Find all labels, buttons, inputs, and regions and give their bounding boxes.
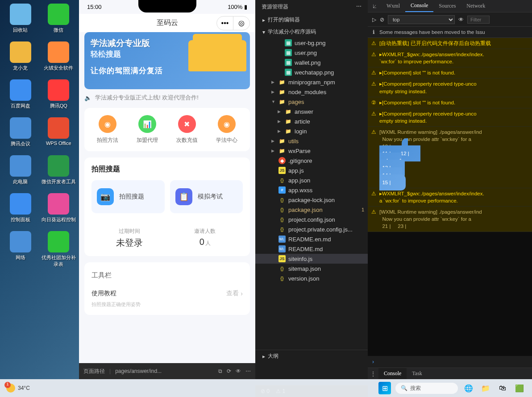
- console-output[interactable]: ℹSome messages have been moved to the Is…: [368, 27, 532, 356]
- inspect-icon[interactable]: ⟀: [368, 3, 381, 9]
- console-log-line[interactable]: ℹSome messages have been moved to the Is…: [368, 27, 532, 38]
- shortcut-photo-search[interactable]: 📷 拍照搜题: [91, 180, 165, 213]
- desktop-icon[interactable]: 龙小龙: [2, 41, 39, 71]
- tree-item[interactable]: ▦user.png: [255, 48, 368, 58]
- outline-section[interactable]: ▸ 大纲: [255, 350, 368, 362]
- stat-invites: 邀请人数 0人: [167, 227, 243, 249]
- copy-icon[interactable]: ⧉: [218, 368, 222, 374]
- desktop-icon[interactable]: 微信开发者工具: [40, 155, 78, 185]
- filter-input[interactable]: [467, 16, 490, 24]
- console-log-line[interactable]: ②▸[Component] slot "" is not found.: [368, 97, 532, 108]
- tree-item[interactable]: {}version.json: [255, 273, 368, 283]
- console-log-line[interactable]: ⚠[WXML Runtime warning] ./pages/answer/i…: [368, 127, 532, 188]
- tutorial-desc: 拍照搜题正确使用姿势: [91, 301, 243, 308]
- editors-section[interactable]: ▸ 打开的编辑器: [255, 14, 368, 26]
- action-center[interactable]: ◉ 学法中心: [216, 115, 237, 144]
- tab-console[interactable]: Console: [405, 0, 433, 12]
- desktop-icon[interactable]: 向日葵远程控制: [40, 193, 78, 223]
- tab-network[interactable]: Network: [461, 0, 490, 12]
- tree-item[interactable]: JSsiteinfo.js: [255, 254, 368, 264]
- desktop-icon[interactable]: 腾讯QQ: [40, 79, 78, 109]
- console-log-line[interactable]: ⚠▸[Component] slot "" is not found.: [368, 67, 532, 79]
- start-icon[interactable]: ⊞: [378, 382, 391, 394]
- tree-item[interactable]: ▶📁utils: [255, 136, 368, 146]
- tree-item[interactable]: JSapp.js: [255, 165, 368, 175]
- shortcut-mock-exam[interactable]: 📋 模拟考试: [170, 180, 243, 213]
- action-photo-method[interactable]: ◉ 拍照方法: [97, 115, 118, 144]
- desktop-icon[interactable]: 回收站: [2, 4, 39, 33]
- notice-bar[interactable]: 🔈 学法减分专业版正式上线! 欢迎代理合作!: [84, 94, 250, 102]
- tree-item[interactable]: ▦wallet.png: [255, 58, 368, 67]
- refresh-icon[interactable]: ⟳: [227, 368, 231, 374]
- desktop-icon[interactable]: 优秀社团加分补录表: [40, 231, 78, 268]
- console-log-line[interactable]: ⚠▸WXMLRT_$gwx:./pages/answer/index/index…: [368, 188, 532, 207]
- context-select[interactable]: top: [388, 15, 455, 24]
- tree-item[interactable]: #app.wxss: [255, 185, 368, 195]
- taskbar-weather[interactable]: 1 34°C: [6, 384, 30, 393]
- footer-path-label[interactable]: 页面路径: [83, 368, 105, 375]
- banner[interactable]: 学法减分专业版 轻松搜题 让你的驾照满分复活: [84, 32, 250, 89]
- desktop-icon[interactable]: 控制面板: [2, 193, 39, 223]
- tree-item[interactable]: ▶📁login: [255, 126, 368, 136]
- tree-item[interactable]: {}sitemap.json: [255, 264, 368, 273]
- tree-item[interactable]: ▶📁wxParse: [255, 146, 368, 156]
- toolbox-tutorial[interactable]: 使用教程 查看 ›: [91, 286, 243, 301]
- tree-item[interactable]: M↓README.en.md: [255, 234, 368, 244]
- tab-wxml[interactable]: Wxml: [381, 0, 405, 12]
- status-battery: 100% ▮: [228, 4, 247, 10]
- bottom-tab-console[interactable]: Console: [378, 368, 407, 379]
- console-log-line[interactable]: ⚠[WXML Runtime warning] ./pages/answer/i…: [368, 207, 532, 232]
- tree-item[interactable]: ▦user-bg.png: [255, 38, 368, 48]
- desktop-icon[interactable]: WPS Office: [40, 117, 78, 147]
- tree-item[interactable]: ▶📁node_modules: [255, 87, 368, 97]
- desktop-icon[interactable]: 火绒安全软件: [40, 41, 78, 71]
- bottom-tab-task[interactable]: Task: [407, 368, 428, 379]
- tab-sources[interactable]: Sources: [433, 0, 461, 12]
- console-log-line[interactable]: ⚠▸[Component] property received type-unc…: [368, 108, 532, 127]
- action-recharge[interactable]: ✖ 次数充值: [176, 115, 198, 144]
- taskbar-app-edge[interactable]: 🌐: [462, 382, 475, 394]
- taskbar-search[interactable]: 🔍 搜索: [395, 383, 458, 394]
- tree-item[interactable]: ▶📁miniprogram_npm: [255, 77, 368, 87]
- console-log-line[interactable]: ⚠▸WXMLRT_$gwx:./pages/answer/index/index…: [368, 49, 532, 67]
- action-franchise[interactable]: 📊 加盟代理: [137, 115, 158, 144]
- camera-icon: 📷: [97, 188, 114, 205]
- desktop-icon[interactable]: 此电脑: [2, 155, 39, 185]
- more-icon[interactable]: ⋯: [356, 3, 362, 11]
- tree-item[interactable]: M↓README.md: [255, 244, 368, 254]
- console-log-line[interactable]: ⚠▸[Component] property received type-unc…: [368, 79, 532, 97]
- capsule-more-icon[interactable]: •••: [217, 17, 233, 30]
- tree-item[interactable]: {}project.private.config.js...: [255, 224, 368, 234]
- desktop-icon[interactable]: 百度网盘: [2, 79, 39, 109]
- footer-path[interactable]: pages/answer/ind...: [115, 368, 162, 374]
- play-icon[interactable]: ▷: [372, 17, 376, 23]
- file-explorer: 资源管理器 ⋯ ▸ 打开的编辑器 ▾ 学法减分小程序源码 ▦user-bg.pn…: [255, 0, 368, 379]
- project-section[interactable]: ▾ 学法减分小程序源码: [255, 26, 368, 38]
- tree-item[interactable]: ◆.gitignore: [255, 156, 368, 165]
- stat-expire: 过期时间 未登录: [91, 227, 167, 249]
- menu-icon[interactable]: ⋮: [368, 368, 378, 379]
- taskbar-app-store[interactable]: 🛍: [496, 382, 509, 394]
- more-icon[interactable]: ⋯: [245, 368, 251, 374]
- tree-item[interactable]: {}package.json1: [255, 205, 368, 215]
- capsule-close-icon[interactable]: ◎: [233, 17, 249, 30]
- tree-item[interactable]: ▦wechatapp.png: [255, 67, 368, 77]
- tree-item[interactable]: ▼📁pages: [255, 97, 368, 107]
- desktop-icon[interactable]: 微信: [40, 4, 78, 33]
- eye-icon[interactable]: 👁: [458, 17, 464, 23]
- wrench-icon: ✖: [178, 115, 196, 133]
- desktop-icon[interactable]: 腾讯会议: [2, 117, 39, 147]
- taskbar-app-explorer[interactable]: 📁: [479, 382, 492, 394]
- console-log-line[interactable]: ⚠[自动热重载] 已开启代码文件保存后自动热重载: [368, 38, 532, 49]
- eye-icon[interactable]: 👁: [236, 368, 241, 374]
- taskbar-app-devtools[interactable]: 🟩: [513, 382, 526, 394]
- tree-item[interactable]: ▶📁article: [255, 116, 368, 126]
- notice-text: 学法减分专业版正式上线! 欢迎代理合作!: [95, 94, 199, 102]
- tree-item[interactable]: {}project.config.json: [255, 215, 368, 224]
- tree-item[interactable]: {}package-lock.json: [255, 195, 368, 205]
- tree-item[interactable]: {}app.json: [255, 175, 368, 185]
- console-prompt[interactable]: ›: [368, 356, 532, 368]
- clear-icon[interactable]: ⊘: [380, 17, 384, 23]
- tree-item[interactable]: ▶📁answer: [255, 107, 368, 116]
- desktop-icon[interactable]: 网络: [2, 231, 39, 268]
